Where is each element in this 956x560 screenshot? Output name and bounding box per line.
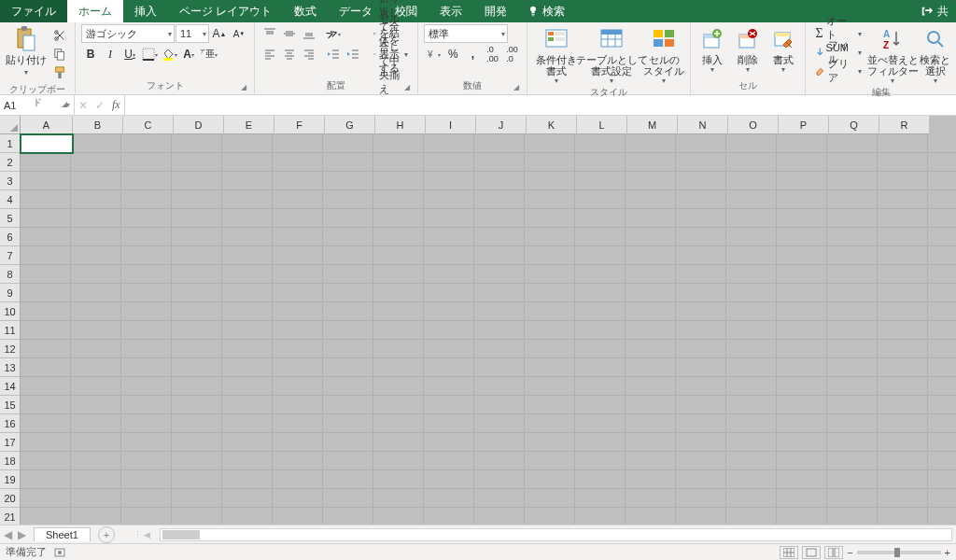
clipboard-launcher[interactable]: ◢ bbox=[60, 100, 69, 109]
column-headers[interactable]: ABCDEFGHIJKLMNOPQR bbox=[21, 116, 956, 134]
delete-cells-button[interactable]: 削除▾ bbox=[732, 24, 764, 74]
find-select-button[interactable]: 検索と 選択▾ bbox=[920, 24, 950, 85]
row-header[interactable]: 21 bbox=[0, 508, 21, 525]
zoom-slider[interactable] bbox=[857, 551, 941, 554]
underline-button[interactable]: U▾ bbox=[120, 45, 139, 63]
row-header[interactable]: 13 bbox=[0, 358, 21, 377]
merge-center-button[interactable]: セルを結合して中央揃え▾ bbox=[370, 45, 412, 63]
row-header[interactable]: 14 bbox=[0, 377, 21, 396]
sort-filter-button[interactable]: AZ 並べ替えと フィルター▾ bbox=[869, 24, 916, 85]
row-header[interactable]: 19 bbox=[0, 470, 21, 489]
phonetic-button[interactable]: ア亜▾ bbox=[199, 45, 218, 63]
comma-button[interactable]: , bbox=[463, 45, 482, 63]
cell-styles-button[interactable]: セルの スタイル▾ bbox=[643, 24, 684, 85]
copy-button[interactable] bbox=[50, 45, 69, 63]
normal-view-button[interactable] bbox=[780, 546, 798, 559]
row-header[interactable]: 18 bbox=[0, 452, 21, 470]
row-header[interactable]: 6 bbox=[0, 228, 21, 246]
column-header[interactable]: D bbox=[174, 116, 224, 134]
row-header[interactable]: 2 bbox=[0, 153, 21, 172]
column-header[interactable]: A bbox=[21, 116, 73, 134]
worksheet-grid[interactable]: ABCDEFGHIJKLMNOPQR 123456789101112131415… bbox=[0, 116, 956, 525]
tab-data[interactable]: データ bbox=[328, 0, 384, 22]
horizontal-scrollbar[interactable] bbox=[160, 528, 952, 541]
new-sheet-button[interactable]: + bbox=[98, 526, 115, 543]
row-header[interactable]: 8 bbox=[0, 265, 21, 284]
increase-indent-button[interactable] bbox=[344, 45, 362, 63]
align-top-button[interactable] bbox=[260, 24, 279, 43]
align-middle-button[interactable] bbox=[280, 24, 299, 43]
row-header[interactable]: 1 bbox=[0, 134, 21, 153]
decrease-font-button[interactable]: A▼ bbox=[230, 24, 248, 43]
insert-cells-button[interactable]: 挿入▾ bbox=[696, 24, 728, 74]
decrease-indent-button[interactable] bbox=[324, 45, 343, 63]
accounting-format-button[interactable]: ¥▾ bbox=[424, 45, 443, 63]
row-header[interactable]: 10 bbox=[0, 302, 21, 321]
increase-font-button[interactable]: A▲ bbox=[210, 24, 229, 43]
number-launcher[interactable]: ◢ bbox=[512, 83, 521, 92]
sheet-nav-prev[interactable]: ◀ bbox=[4, 528, 12, 541]
column-header[interactable]: L bbox=[577, 116, 627, 134]
column-header[interactable]: M bbox=[627, 116, 678, 134]
column-header[interactable]: P bbox=[779, 116, 829, 134]
share-icon[interactable] bbox=[921, 5, 934, 18]
column-header[interactable]: K bbox=[527, 116, 577, 134]
percent-button[interactable]: % bbox=[443, 45, 462, 63]
column-header[interactable]: E bbox=[224, 116, 274, 134]
column-header[interactable]: H bbox=[375, 116, 426, 134]
row-header[interactable]: 15 bbox=[0, 396, 21, 414]
active-cell[interactable] bbox=[21, 134, 73, 153]
select-all-button[interactable] bbox=[0, 116, 21, 134]
row-headers[interactable]: 123456789101112131415161718192021 bbox=[0, 134, 21, 525]
column-header[interactable]: I bbox=[426, 116, 476, 134]
sheet-nav-next[interactable]: ▶ bbox=[18, 528, 26, 541]
column-header[interactable]: R bbox=[879, 116, 930, 134]
tab-insert[interactable]: 挿入 bbox=[123, 0, 168, 22]
align-right-button[interactable] bbox=[300, 45, 318, 63]
column-header[interactable]: B bbox=[73, 116, 123, 134]
tab-home[interactable]: ホーム bbox=[67, 0, 123, 22]
enter-formula-icon[interactable]: ✓ bbox=[95, 99, 105, 112]
row-header[interactable]: 5 bbox=[0, 209, 21, 228]
bold-button[interactable]: B bbox=[81, 45, 100, 63]
column-header[interactable]: N bbox=[678, 116, 728, 134]
cancel-formula-icon[interactable]: ✕ bbox=[78, 99, 88, 112]
orientation-button[interactable]: ≫▾ bbox=[324, 24, 343, 43]
format-as-table-button[interactable]: テーブルとして 書式設定▾ bbox=[583, 24, 640, 85]
row-header[interactable]: 3 bbox=[0, 172, 21, 190]
page-break-view-button[interactable] bbox=[824, 546, 843, 559]
fill-color-button[interactable]: ▾ bbox=[160, 45, 178, 63]
align-left-button[interactable] bbox=[260, 45, 279, 63]
font-name-combo[interactable]: 游ゴシック▾ bbox=[81, 24, 175, 43]
fx-icon[interactable]: fx bbox=[112, 98, 120, 112]
row-header[interactable]: 16 bbox=[0, 414, 21, 433]
tab-formulas[interactable]: 数式 bbox=[283, 0, 328, 22]
font-size-combo[interactable]: 11▾ bbox=[176, 24, 209, 43]
column-header[interactable]: G bbox=[325, 116, 375, 134]
zoom-out-button[interactable]: − bbox=[847, 547, 852, 558]
paste-button[interactable]: 貼り付け▾ bbox=[6, 24, 47, 77]
tab-page-layout[interactable]: ページ レイアウト bbox=[168, 0, 283, 22]
column-header[interactable]: C bbox=[123, 116, 174, 134]
border-button[interactable]: ▾ bbox=[140, 45, 159, 63]
tab-tell-me[interactable]: 検索 bbox=[518, 0, 574, 22]
row-header[interactable]: 9 bbox=[0, 284, 21, 302]
number-format-combo[interactable]: 標準▾ bbox=[424, 24, 508, 43]
format-cells-button[interactable]: 書式▾ bbox=[767, 24, 799, 74]
cells-area[interactable] bbox=[21, 134, 956, 525]
alignment-launcher[interactable]: ◢ bbox=[402, 83, 412, 92]
row-header[interactable]: 12 bbox=[0, 340, 21, 358]
tab-view[interactable]: 表示 bbox=[429, 0, 473, 22]
decrease-decimal-button[interactable]: .00.0 bbox=[502, 45, 521, 63]
row-header[interactable]: 20 bbox=[0, 489, 21, 508]
row-header[interactable]: 4 bbox=[0, 190, 21, 209]
cut-button[interactable] bbox=[50, 26, 69, 45]
column-header[interactable]: J bbox=[476, 116, 527, 134]
align-bottom-button[interactable] bbox=[300, 24, 318, 43]
column-header[interactable]: F bbox=[274, 116, 325, 134]
column-header[interactable]: O bbox=[728, 116, 779, 134]
share-label[interactable]: 共 bbox=[937, 4, 949, 20]
page-layout-view-button[interactable] bbox=[802, 546, 821, 559]
row-header[interactable]: 7 bbox=[0, 246, 21, 265]
sheet-tab[interactable]: Sheet1 bbox=[34, 527, 91, 541]
